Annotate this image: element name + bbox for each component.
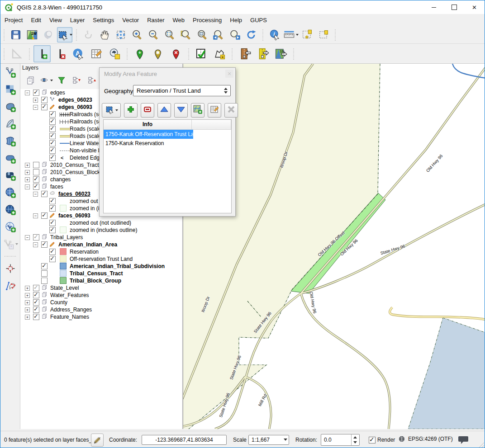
select-area-feature-button[interactable] bbox=[102, 103, 121, 118]
set-square-button[interactable] bbox=[8, 45, 25, 62]
add-group-button[interactable] bbox=[24, 74, 38, 87]
new-shapefile-layer-button[interactable]: * bbox=[2, 236, 19, 252]
label-tool-button[interactable]: A bbox=[70, 45, 87, 62]
layer-visibility-checkbox[interactable] bbox=[33, 162, 39, 168]
validate-map-button[interactable] bbox=[193, 45, 210, 62]
layer-visibility-checkbox[interactable] bbox=[41, 191, 48, 197]
tree-expander[interactable]: − bbox=[33, 192, 38, 197]
menu-settings[interactable]: Settings bbox=[89, 15, 118, 25]
delete-point-feature-button[interactable]: ✕ bbox=[167, 45, 185, 62]
pan-hand-button[interactable] bbox=[97, 27, 112, 42]
bookmark-show-button[interactable] bbox=[316, 27, 331, 42]
add-raster-layer-button[interactable] bbox=[2, 82, 19, 97]
attribute-table-button[interactable] bbox=[88, 45, 105, 62]
layer-visibility-checkbox[interactable] bbox=[49, 111, 56, 118]
layer-label[interactable]: Roads (scale bbox=[70, 126, 101, 132]
layer-label[interactable]: faces bbox=[50, 184, 63, 190]
layer-label[interactable]: zoomed in (includes outline) bbox=[70, 227, 137, 233]
menu-gups[interactable]: GUPS bbox=[246, 15, 271, 25]
add-mssql-layer-button[interactable] bbox=[2, 133, 19, 149]
save-edits-button[interactable] bbox=[106, 45, 123, 62]
layer-tree-row[interactable]: −Tribal_Layers bbox=[20, 234, 182, 241]
dialog-close-icon[interactable]: ✕ bbox=[225, 70, 233, 78]
bookmark-new-button[interactable]: ✱ bbox=[300, 27, 315, 42]
layer-visibility-checkbox[interactable] bbox=[33, 90, 39, 96]
layer-label[interactable]: edges_06023 bbox=[58, 97, 92, 103]
menu-processing[interactable]: Processing bbox=[189, 15, 226, 25]
close-button[interactable]: ✕ bbox=[464, 0, 485, 14]
import-zip-button[interactable] bbox=[236, 45, 253, 62]
layer-label[interactable]: Non-visible b bbox=[70, 147, 101, 154]
layer-label[interactable]: zoomed out ( bbox=[70, 198, 101, 204]
layer-tree-row[interactable]: +Address_Ranges bbox=[20, 306, 182, 313]
layer-label[interactable]: Address_Ranges bbox=[50, 307, 92, 313]
layer-tree-row[interactable]: zoomed in (includes outline) bbox=[20, 226, 182, 234]
layer-label[interactable]: Roads (scale bbox=[70, 133, 101, 139]
layer-visibility-checkbox[interactable] bbox=[49, 140, 56, 146]
layer-tree-row[interactable]: Tribal_Block_Group bbox=[20, 277, 182, 284]
layer-visibility-checkbox[interactable] bbox=[33, 169, 39, 175]
zoom-to-feature-button[interactable] bbox=[191, 103, 204, 118]
layer-label[interactable]: zoomed out (not outlined) bbox=[70, 220, 131, 226]
filter-legend-button[interactable] bbox=[54, 74, 69, 87]
add-vector-layer-button[interactable] bbox=[2, 65, 19, 80]
layer-label[interactable]: Feature_Names bbox=[50, 314, 89, 320]
menu-raster[interactable]: Raster bbox=[143, 15, 168, 25]
save-button[interactable] bbox=[8, 27, 24, 42]
highlight-feature-button[interactable] bbox=[2, 261, 19, 276]
zoom-last-button[interactable] bbox=[211, 27, 226, 42]
layer-visibility-checkbox[interactable] bbox=[33, 184, 39, 190]
export-zip-button[interactable] bbox=[254, 45, 271, 62]
modify-point-feature-button[interactable]: ✱ bbox=[149, 45, 166, 62]
add-postgis-layer-button[interactable] bbox=[2, 99, 19, 114]
expand-tree-button[interactable] bbox=[70, 74, 84, 87]
minimize-button[interactable] bbox=[423, 0, 444, 14]
blank-column-header[interactable] bbox=[192, 120, 231, 129]
layer-label[interactable]: Linear Water bbox=[70, 140, 100, 146]
add-point-feature-button[interactable]: + bbox=[131, 45, 148, 62]
crs-status-button[interactable]: EPSG:4269 (OTF) bbox=[398, 435, 453, 443]
layer-label[interactable]: faces_06093 bbox=[58, 212, 90, 219]
layer-label[interactable]: Railroads (sc bbox=[70, 118, 101, 125]
layer-visibility-button[interactable] bbox=[39, 74, 53, 87]
layer-tree-row[interactable]: +County bbox=[20, 299, 182, 306]
tree-expander[interactable]: + bbox=[25, 300, 30, 305]
layer-label[interactable]: faces_06023 bbox=[58, 191, 90, 197]
layer-label[interactable]: Reservation bbox=[70, 249, 99, 255]
touch-button[interactable] bbox=[81, 27, 96, 42]
zoom-layer-button[interactable] bbox=[195, 27, 210, 42]
layer-tree-row[interactable]: −American_Indian_Area bbox=[20, 241, 182, 248]
layer-label[interactable]: American_Indian_Area bbox=[58, 241, 117, 248]
layer-label[interactable]: Deleted Edge bbox=[70, 155, 103, 161]
add-wcs-layer-button[interactable] bbox=[2, 202, 19, 217]
info-table-row[interactable]: 1750-Karuk Reservation bbox=[104, 139, 231, 148]
coordinate-input[interactable]: -123.369687,41.803634 bbox=[142, 435, 227, 445]
layer-tree-row[interactable]: Reservation bbox=[20, 248, 182, 255]
add-db2-layer-button[interactable] bbox=[2, 168, 19, 183]
tree-expander[interactable]: + bbox=[25, 170, 30, 175]
layer-label[interactable]: 2010_Census_Block bbox=[50, 169, 100, 175]
layer-label[interactable]: Off-reservation Trust Land bbox=[70, 256, 133, 262]
layer-visibility-checkbox[interactable] bbox=[33, 234, 39, 241]
zoom-in-button[interactable] bbox=[129, 27, 145, 42]
remove-area-button[interactable] bbox=[141, 103, 154, 118]
info-column-header[interactable]: Info bbox=[104, 120, 192, 129]
layer-visibility-checkbox[interactable] bbox=[49, 220, 56, 226]
layer-label[interactable]: Water_Features bbox=[50, 292, 89, 298]
move-down-button[interactable] bbox=[174, 103, 188, 118]
zoom-full-button[interactable] bbox=[162, 27, 177, 42]
layer-visibility-checkbox[interactable] bbox=[41, 241, 48, 248]
layer-visibility-checkbox[interactable] bbox=[41, 212, 48, 219]
layer-visibility-checkbox[interactable] bbox=[49, 133, 56, 139]
move-up-button[interactable] bbox=[157, 103, 171, 118]
select-rect-button[interactable] bbox=[57, 27, 72, 42]
layer-visibility-checkbox[interactable] bbox=[41, 97, 48, 103]
pan-arrows-button[interactable] bbox=[113, 27, 128, 42]
tree-expander[interactable]: − bbox=[25, 90, 30, 95]
layer-label[interactable]: changes bbox=[50, 176, 71, 183]
scale-combobox[interactable]: 1:1,667 bbox=[248, 435, 289, 445]
cad-tools-button[interactable] bbox=[2, 278, 19, 293]
resize-grip[interactable] bbox=[478, 442, 484, 448]
maximize-button[interactable] bbox=[444, 0, 464, 14]
layer-visibility-checkbox[interactable] bbox=[41, 270, 48, 277]
